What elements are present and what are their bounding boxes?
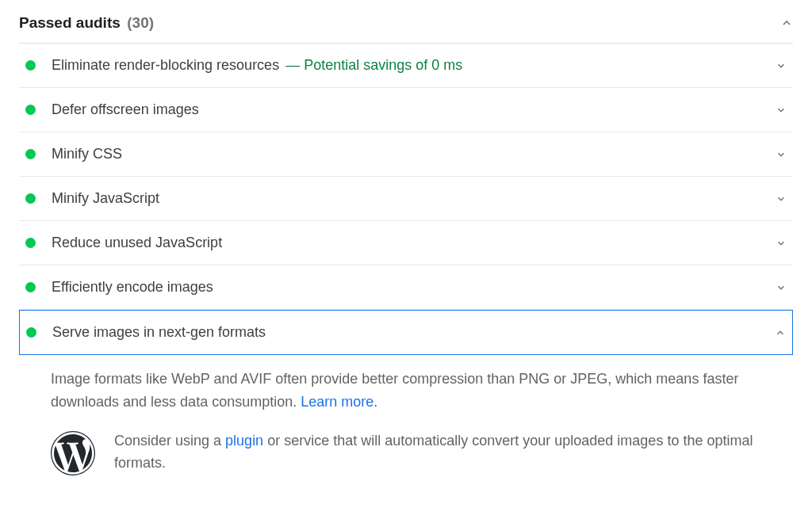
stack-pack-wordpress: Consider using a plugin or service that … [19, 414, 793, 485]
pass-dot-icon [26, 327, 36, 338]
pass-dot-icon [25, 238, 36, 248]
audit-title: Defer offscreen images [52, 101, 199, 118]
chevron-down-icon [776, 105, 787, 116]
chevron-up-icon [780, 17, 793, 29]
pass-dot-icon [25, 282, 36, 292]
audit-title: Serve images in next-gen formats [52, 324, 266, 341]
chevron-down-icon [776, 193, 787, 204]
audit-row-minify-css[interactable]: Minify CSS [19, 132, 793, 177]
audit-row-eliminate-render-blocking[interactable]: Eliminate render-blocking resources — Po… [19, 44, 793, 88]
audit-row-serve-images-next-gen[interactable]: Serve images in next-gen formats [19, 310, 793, 355]
chevron-down-icon [776, 238, 787, 249]
plugin-link[interactable]: plugin [225, 433, 263, 449]
pass-dot-icon [25, 105, 36, 115]
stack-pack-text-before: Consider using a [114, 433, 225, 449]
audit-row-reduce-unused-javascript[interactable]: Reduce unused JavaScript [19, 221, 793, 265]
pass-dot-icon [25, 149, 36, 159]
audit-row-minify-javascript[interactable]: Minify JavaScript [19, 177, 793, 221]
chevron-down-icon [776, 60, 787, 71]
audit-title: Minify CSS [52, 146, 122, 162]
passed-audits-header[interactable]: Passed audits (30) [19, 0, 793, 44]
passed-audits-count: (30) [127, 14, 154, 31]
audit-row-efficiently-encode-images[interactable]: Efficiently encode images [19, 265, 793, 310]
wordpress-icon [51, 431, 95, 475]
audit-row-defer-offscreen-images[interactable]: Defer offscreen images [19, 88, 793, 132]
audit-title: Eliminate render-blocking resources [52, 57, 279, 74]
audit-savings-note: — Potential savings of 0 ms [285, 57, 776, 74]
chevron-down-icon [776, 149, 787, 160]
pass-dot-icon [25, 193, 36, 204]
audit-title: Reduce unused JavaScript [52, 235, 222, 251]
audit-title: Efficiently encode images [52, 279, 213, 296]
chevron-up-icon [775, 327, 786, 338]
stack-pack-text: Consider using a plugin or service that … [114, 429, 787, 475]
passed-audits-title: Passed audits [19, 14, 121, 31]
learn-more-link[interactable]: Learn more [301, 394, 373, 410]
chevron-down-icon [776, 282, 787, 293]
audit-description-period: . [373, 394, 377, 410]
pass-dot-icon [25, 60, 36, 71]
audit-description-text: Image formats like WebP and AVIF often p… [51, 371, 738, 410]
header-title-wrap: Passed audits (30) [19, 14, 154, 32]
audit-title: Minify JavaScript [52, 190, 159, 207]
audit-description: Image formats like WebP and AVIF often p… [19, 355, 793, 414]
